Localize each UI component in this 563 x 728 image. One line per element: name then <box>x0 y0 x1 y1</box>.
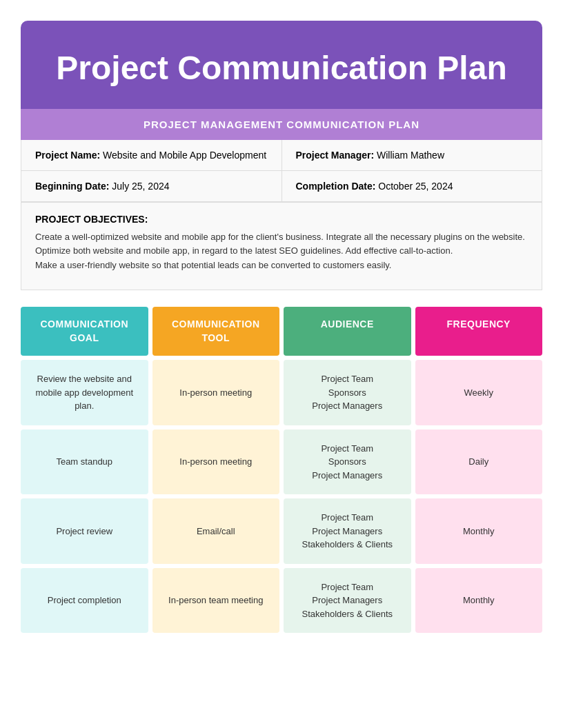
beginning-date-label: Beginning Date: <box>35 181 109 192</box>
table-row: Project completion In-person team meetin… <box>21 568 542 634</box>
objectives-box: PROJECT OBJECTIVES: Create a well-optimi… <box>21 203 542 290</box>
td-tool-2: In-person meeting <box>152 429 280 495</box>
table-row: Team standup In-person meeting Project T… <box>21 429 542 495</box>
completion-date-label: Completion Date: <box>296 181 376 192</box>
communication-table: COMMUNICATION GOAL COMMUNICATION TOOL AU… <box>21 307 542 633</box>
td-audience-2: Project TeamSponsorsProject Managers <box>284 429 411 495</box>
td-frequency-3: Monthly <box>415 498 543 564</box>
objectives-title: PROJECT OBJECTIVES: <box>35 214 528 225</box>
td-tool-4: In-person team meeting <box>152 568 280 634</box>
project-name-value: Website and Mobile App Development <box>103 150 266 161</box>
header-banner: Project Communication Plan <box>21 21 542 109</box>
beginning-date-value: July 25, 2024 <box>112 181 169 192</box>
th-frequency: FREQUENCY <box>415 307 543 356</box>
table-row: Review the website and mobile app develo… <box>21 360 542 425</box>
td-tool-1: In-person meeting <box>152 360 280 425</box>
td-frequency-4: Monthly <box>415 568 543 634</box>
th-audience: AUDIENCE <box>284 307 411 356</box>
td-goal-1: Review the website and mobile app develo… <box>21 360 148 425</box>
project-name-label: Project Name: <box>35 150 100 161</box>
project-manager-label: Project Manager: <box>296 150 375 161</box>
project-manager-value: William Mathew <box>377 150 444 161</box>
td-goal-2: Team standup <box>21 429 148 495</box>
td-goal-3: Project review <box>21 498 148 564</box>
table-header-row: COMMUNICATION GOAL COMMUNICATION TOOL AU… <box>21 307 542 356</box>
page: Project Communication Plan PROJECT MANAG… <box>0 0 563 728</box>
project-manager-cell: Project Manager: William Mathew <box>282 140 542 170</box>
completion-date-cell: Completion Date: October 25, 2024 <box>282 171 542 201</box>
page-title: Project Communication Plan <box>41 48 522 88</box>
td-tool-3: Email/call <box>152 498 280 564</box>
td-audience-4: Project TeamProject ManagersStakeholders… <box>284 568 411 634</box>
th-tool: COMMUNICATION TOOL <box>152 307 280 356</box>
td-frequency-1: Weekly <box>415 360 543 425</box>
completion-date-value: October 25, 2024 <box>378 181 453 192</box>
td-audience-1: Project TeamSponsorsProject Managers <box>284 360 411 425</box>
th-goal: COMMUNICATION GOAL <box>21 307 148 356</box>
subtitle-text: PROJECT MANAGEMENT COMMUNICATION PLAN <box>144 119 419 130</box>
objectives-text: Create a well-optimized website and mobi… <box>35 230 528 273</box>
info-row-1: Project Name: Website and Mobile App Dev… <box>21 140 542 171</box>
table-row: Project review Email/call Project TeamPr… <box>21 498 542 564</box>
td-frequency-2: Daily <box>415 429 543 495</box>
info-row-2: Beginning Date: July 25, 2024 Completion… <box>21 171 542 202</box>
td-goal-4: Project completion <box>21 568 148 634</box>
beginning-date-cell: Beginning Date: July 25, 2024 <box>21 171 282 201</box>
project-name-cell: Project Name: Website and Mobile App Dev… <box>21 140 282 170</box>
td-audience-3: Project TeamProject ManagersStakeholders… <box>284 498 411 564</box>
subtitle-bar: PROJECT MANAGEMENT COMMUNICATION PLAN <box>21 109 542 140</box>
info-grid: Project Name: Website and Mobile App Dev… <box>21 140 542 203</box>
